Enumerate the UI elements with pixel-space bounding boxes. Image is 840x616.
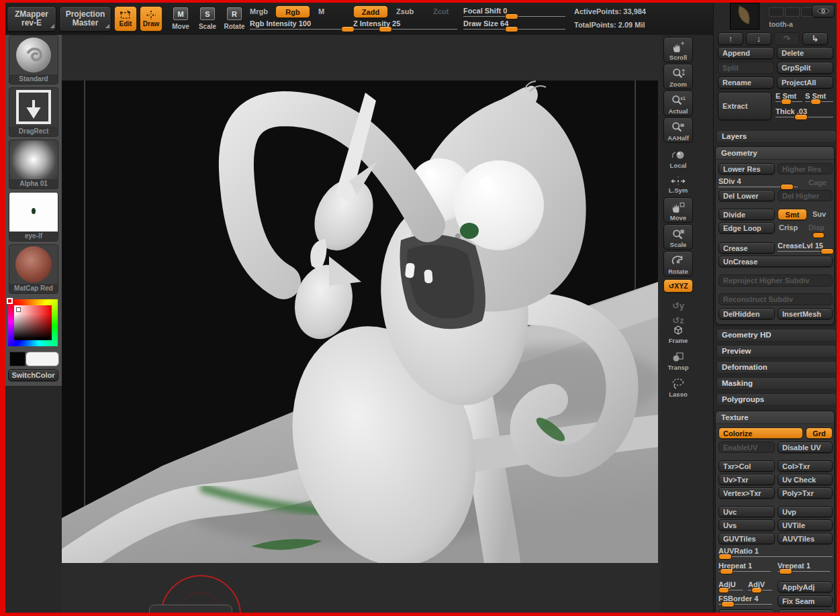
extract-button[interactable]: Extract — [718, 92, 772, 120]
auvratio-slider[interactable]: AUVRatio 1 — [718, 547, 833, 558]
cage-button[interactable]: Cage — [808, 178, 827, 187]
rgb-intensity-slider[interactable]: Rgb Intensity 100 — [250, 19, 355, 30]
smt-button[interactable]: Smt — [778, 209, 807, 220]
masking-palette-header[interactable]: Masking — [716, 377, 837, 390]
rotate-y-button[interactable]: ↺y — [663, 295, 693, 310]
mrgb-button[interactable]: Mrgb — [250, 7, 268, 15]
zoom-button[interactable]: Zoom — [663, 64, 693, 89]
reproject-button[interactable]: Reproject Higher Subdiv — [718, 274, 833, 287]
fix-seam-button[interactable]: Fix Seam — [778, 595, 833, 607]
cycle-uv-button[interactable]: Cycle UV — [778, 609, 833, 613]
lsym-button[interactable]: L.Sym — [663, 173, 693, 195]
texture-palette-header[interactable]: Texture — [716, 411, 834, 424]
txr-col-button[interactable]: Txr>Col — [718, 460, 775, 472]
sdiv-slider[interactable]: SDiv 4 — [718, 177, 798, 188]
transp-button[interactable]: Transp — [663, 348, 693, 372]
m-button[interactable]: M — [318, 7, 324, 15]
del-lower-button[interactable]: Del Lower — [718, 190, 775, 201]
delete-button[interactable]: Delete — [777, 47, 833, 59]
aahalf-button[interactable]: AAHalf — [663, 117, 693, 143]
uvs-button[interactable]: Uvs — [718, 519, 775, 531]
higher-res-button[interactable]: Higher Res — [778, 163, 833, 174]
alpha-selector[interactable]: Alpha 01 — [9, 140, 58, 189]
hrepeat-slider[interactable]: Hrepeat 1 — [718, 562, 771, 572]
geometry-hd-palette-header[interactable]: Geometry HD — [716, 329, 837, 342]
draw-size-slider[interactable]: Draw Size 64 — [463, 19, 565, 30]
subtool-slot[interactable] — [785, 7, 800, 17]
viewport-3d[interactable] — [62, 81, 658, 563]
frame-button[interactable]: Frame — [663, 321, 693, 345]
rotate-button[interactable]: R Rotate — [222, 6, 247, 32]
e-smt-slider[interactable]: E Smt — [776, 92, 802, 103]
move-3d-button[interactable]: Move — [663, 197, 693, 223]
edit-button[interactable]: Edit — [114, 6, 137, 32]
crisp-button[interactable]: Crisp — [779, 223, 798, 232]
secondary-color-swatch[interactable] — [26, 352, 59, 366]
applyadj-button[interactable]: ApplyAdj — [778, 581, 833, 593]
rotate-3d-button[interactable]: Rotate — [663, 251, 693, 276]
subtool-up-button[interactable]: ↑ — [718, 32, 743, 45]
move-button[interactable]: M Move — [168, 6, 193, 32]
uvc-button[interactable]: Uvc — [718, 506, 775, 517]
s-smt-slider[interactable]: S Smt — [805, 92, 833, 103]
thick-slider[interactable]: Thick .03 — [776, 107, 833, 118]
rotate-xyz-button[interactable]: ↺XYZ — [663, 279, 693, 293]
brush-selector[interactable]: Standard — [9, 35, 58, 85]
focal-shift-slider[interactable]: Focal Shift 0 — [463, 7, 565, 17]
disp-button[interactable]: Disp — [808, 223, 825, 232]
adjv-slider[interactable]: AdjV — [748, 580, 772, 591]
subtool-redo-button[interactable]: ↷ — [774, 32, 800, 45]
subtool-down-button[interactable]: ↓ — [746, 32, 772, 45]
colorize-button[interactable]: Colorize — [718, 427, 803, 439]
switch-color-button[interactable]: SwitchColor — [8, 369, 58, 381]
lasso-button[interactable]: Lasso — [663, 374, 693, 399]
rgb-button[interactable]: Rgb — [275, 5, 310, 18]
enableuv-button[interactable]: EnableUV — [718, 442, 775, 453]
reconstruct-button[interactable]: Reconstruct Subdiv — [718, 293, 833, 305]
projection-master-button[interactable]: Projection Master ◢ — [59, 6, 111, 32]
adju-slider[interactable]: AdjU — [718, 580, 743, 591]
uvp-button[interactable]: Uvp — [778, 506, 833, 517]
scroll-button[interactable]: Scroll — [663, 37, 693, 62]
uvtile-button[interactable]: UVTile — [778, 519, 833, 531]
zmapper-button[interactable]: ZMapper rev-E ◢ — [7, 6, 56, 32]
subtool-visibility-button[interactable] — [812, 5, 835, 17]
hue-marker[interactable] — [7, 298, 13, 304]
zcut-button[interactable]: Zcut — [433, 7, 449, 15]
sv-marker[interactable] — [16, 307, 21, 312]
preview-palette-header[interactable]: Preview — [716, 345, 837, 358]
switch-uv-button[interactable]: Switch U<>V — [718, 609, 775, 613]
z-intensity-slider[interactable]: Z Intensity 25 — [353, 19, 457, 30]
col-txr-button[interactable]: Col>Txr — [778, 460, 833, 472]
subtool-slot[interactable] — [769, 7, 784, 17]
scale-button[interactable]: S Scale — [195, 6, 220, 32]
disp-knob[interactable] — [812, 232, 825, 238]
projectall-button[interactable]: ProjectAll — [777, 76, 833, 89]
zsub-button[interactable]: Zsub — [396, 7, 414, 15]
grd-button[interactable]: Grd — [806, 427, 833, 439]
uv-txr-button[interactable]: Uv>Txr — [718, 474, 775, 485]
del-higher-button[interactable]: Del Higher — [778, 190, 833, 201]
main-color-swatch[interactable] — [9, 352, 26, 366]
append-button[interactable]: Append — [718, 47, 774, 59]
geometry-palette-header[interactable]: Geometry — [716, 147, 834, 160]
crease-button[interactable]: Crease — [718, 242, 775, 254]
fsborder-slider[interactable]: FSBorder 4 — [718, 595, 772, 605]
guvtiles-button[interactable]: GUVTiles — [718, 533, 775, 544]
document-canvas[interactable] — [62, 35, 661, 613]
auvtiles-button[interactable]: AUVTiles — [778, 533, 833, 544]
stroke-selector[interactable]: DragRect — [9, 87, 58, 137]
material-selector[interactable]: MatCap Red Wa — [9, 244, 58, 294]
local-button[interactable]: Local — [663, 147, 693, 170]
grpsplit-button[interactable]: GrpSplit — [777, 62, 833, 74]
draw-button[interactable]: Draw — [140, 6, 162, 32]
disable-uv-button[interactable]: Disable UV — [778, 442, 833, 453]
deformation-palette-header[interactable]: Deformation — [716, 361, 837, 374]
texture-selector[interactable]: eye-lf — [9, 192, 58, 242]
vertex-txr-button[interactable]: Vertex>Txr — [718, 487, 775, 499]
color-picker[interactable] — [8, 299, 58, 346]
uncrease-button[interactable]: UnCrease — [718, 256, 833, 267]
uv-check-button[interactable]: Uv Check — [778, 474, 833, 485]
edge-loop-button[interactable]: Edge Loop — [718, 222, 775, 234]
subtool-branch-button[interactable]: ↳ — [802, 32, 828, 45]
